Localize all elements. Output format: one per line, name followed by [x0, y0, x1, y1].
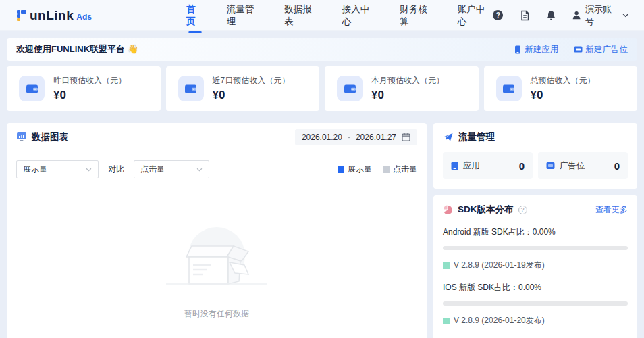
traffic-panel-header: 流量管理 — [443, 131, 628, 143]
nav-item-integration[interactable]: 接入中心 — [342, 0, 377, 37]
view-more-link[interactable]: 查看更多 — [595, 204, 628, 216]
chart-panel-title: 数据图表 — [32, 131, 68, 143]
question-mark-glyph: ? — [493, 10, 503, 20]
sdk-version-label: V 2.8.9 (2026-01-20发布) — [454, 315, 545, 327]
stat-label: 本月预估收入（元） — [371, 75, 444, 87]
data-chart-panel: 数据图表 2026.01.20 - 2026.01.27 展示量 对比 点击量 — [7, 123, 427, 338]
chart-empty-state: 暂时没有任何数据 — [7, 178, 427, 320]
empty-box-illustration — [159, 220, 274, 295]
chart-filter-row: 展示量 对比 点击量 展示量 点击量 — [7, 151, 427, 178]
sdk-section-label: Android 新版 SDK占比：0.00% — [443, 226, 628, 238]
sdk-help-icon[interactable]: ? — [518, 206, 527, 214]
traffic-card-adunits[interactable]: 广告位 0 — [538, 152, 628, 179]
traffic-management-panel: 流量管理 应用 0 — [433, 123, 637, 189]
right-column: 流量管理 应用 0 — [433, 123, 637, 338]
funlink-logo[interactable]: unLink Ads — [15, 8, 92, 23]
sdk-version-legend: V 2.8.9 (2026-01-19发布) — [443, 260, 628, 271]
brand-suffix: Ads — [76, 12, 92, 22]
nav-item-traffic[interactable]: 流量管理 — [227, 0, 262, 37]
empty-state-text: 暂时没有任何数据 — [184, 308, 249, 320]
date-range-picker[interactable]: 2026.01.20 - 2026.01.27 — [295, 129, 417, 145]
stat-value: ¥0 — [531, 89, 595, 102]
welcome-banner: 欢迎使用FUNLINK联盟平台 👋 新建应用 新建广告位 — [7, 38, 637, 61]
chevron-down-icon — [86, 168, 92, 172]
traffic-panel-title: 流量管理 — [458, 131, 495, 143]
brand-name: unLink — [30, 8, 74, 23]
user-icon — [572, 10, 581, 20]
compare-label: 对比 — [108, 164, 124, 175]
wallet-icon — [337, 76, 363, 101]
sdk-section-android: Android 新版 SDK占比：0.00% V 2.8.9 (2026-01-… — [443, 226, 628, 271]
stat-value: ¥0 — [213, 89, 290, 102]
welcome-title: 欢迎使用FUNLINK联盟平台 👋 — [16, 43, 138, 55]
legend-swatch-gray — [383, 166, 390, 173]
sdk-version-panel: SDK版本分布 ? 查看更多 Android 新版 SDK占比：0.00% V … — [433, 195, 637, 338]
main-content: 数据图表 2026.01.20 - 2026.01.27 展示量 对比 点击量 — [7, 123, 637, 338]
pie-chart-icon — [443, 205, 453, 215]
sdk-version-legend: V 2.8.9 (2026-01-20发布) — [443, 315, 628, 327]
traffic-card-label: 广告位 — [560, 160, 585, 172]
legend-item-clicks[interactable]: 点击量 — [383, 164, 417, 175]
traffic-card-apps[interactable]: 应用 0 — [443, 152, 533, 179]
traffic-card-value: 0 — [614, 160, 620, 172]
legend-label: 展示量 — [348, 164, 372, 175]
stat-card-total: 总预估收入（元） ¥0 — [484, 66, 638, 111]
nav-item-home[interactable]: 首页 — [186, 0, 204, 37]
app-icon — [514, 45, 522, 54]
legend-swatch-teal — [443, 318, 450, 324]
sdk-section-ios: IOS 新版 SDK占比：0.00% V 2.8.9 (2026-01-20发布… — [443, 282, 628, 327]
wallet-icon — [178, 76, 204, 101]
traffic-cards: 应用 0 广告位 0 — [443, 152, 628, 179]
funlink-logo-f-icon — [15, 9, 28, 22]
date-start: 2026.01.20 — [302, 132, 342, 142]
create-adunit-label: 新建广告位 — [586, 44, 628, 55]
chevron-down-icon — [196, 168, 203, 172]
nav-item-account[interactable]: 账户中心 — [458, 0, 493, 37]
sdk-progress-bar-android — [443, 246, 628, 250]
app-icon — [451, 162, 458, 170]
metric-select-value: 展示量 — [23, 164, 47, 175]
topbar-actions: ? 演示账号 — [492, 3, 629, 28]
stat-value: ¥0 — [53, 89, 126, 102]
stat-label: 总预估收入（元） — [531, 75, 595, 87]
sdk-panel-title: SDK版本分布 — [458, 203, 514, 216]
ad-unit-icon — [574, 45, 583, 53]
stat-card-month: 本月预估收入（元） ¥0 — [325, 66, 479, 111]
create-adunit-button[interactable]: 新建广告位 — [574, 44, 628, 55]
legend-swatch-teal — [443, 262, 450, 269]
metric-select[interactable]: 展示量 — [16, 160, 99, 178]
stat-label: 昨日预估收入（元） — [53, 75, 126, 87]
account-menu[interactable]: 演示账号 — [572, 3, 629, 28]
top-navigation-bar: unLink Ads 首页 流量管理 数据报表 接入中心 财务核算 账户中心 ? — [0, 0, 644, 31]
document-icon[interactable] — [518, 9, 530, 22]
chart-panel-header: 数据图表 2026.01.20 - 2026.01.27 — [7, 123, 427, 151]
stat-value: ¥0 — [371, 89, 444, 102]
sdk-version-label: V 2.8.9 (2026-01-19发布) — [454, 260, 545, 271]
calendar-icon — [402, 132, 410, 141]
banner-actions: 新建应用 新建广告位 — [514, 44, 628, 55]
ad-unit-icon — [546, 162, 555, 170]
legend-label: 点击量 — [393, 164, 417, 175]
nav-item-reports[interactable]: 数据报表 — [284, 0, 319, 37]
main-nav: 首页 流量管理 数据报表 接入中心 财务核算 账户中心 — [186, 0, 492, 37]
account-name: 演示账号 — [585, 3, 618, 28]
chart-legend: 展示量 点击量 — [338, 164, 417, 175]
nav-item-finance[interactable]: 财务核算 — [400, 0, 435, 37]
sdk-panel-header: SDK版本分布 ? 查看更多 — [443, 203, 628, 216]
chevron-down-icon — [622, 13, 629, 18]
traffic-card-value: 0 — [519, 160, 525, 172]
wallet-icon — [496, 76, 522, 101]
date-end: 2026.01.27 — [356, 132, 396, 142]
sdk-section-label: IOS 新版 SDK占比：0.00% — [443, 282, 628, 293]
create-app-button[interactable]: 新建应用 — [514, 44, 559, 55]
legend-item-impressions[interactable]: 展示量 — [338, 164, 372, 175]
stat-card-7days: 近7日预估收入（元） ¥0 — [166, 66, 320, 111]
revenue-stat-cards: 昨日预估收入（元） ¥0 近7日预估收入（元） ¥0 本月预估收入（元） ¥0 … — [7, 66, 637, 111]
help-icon[interactable]: ? — [492, 9, 504, 22]
traffic-icon — [443, 132, 454, 142]
notification-bell-icon[interactable] — [545, 9, 557, 22]
chart-monitor-icon — [16, 132, 27, 142]
sdk-progress-bar-ios — [443, 301, 628, 306]
compare-select[interactable]: 点击量 — [134, 160, 209, 178]
compare-select-value: 点击量 — [140, 164, 165, 175]
